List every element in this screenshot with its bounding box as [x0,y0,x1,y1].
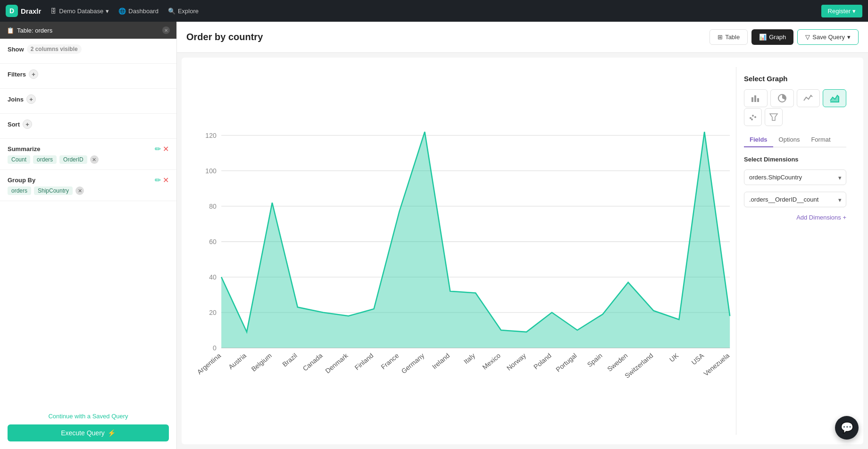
explore-icon: 🔍 [168,8,175,15]
database-icon: 🗄 [50,8,57,15]
chat-float-button[interactable]: 💬 [835,416,859,440]
dimension-select-1[interactable]: orders.ShipCountry [744,169,846,185]
chevron-down-icon: ▾ [847,34,851,41]
save-query-button[interactable]: ▽ Save Query ▾ [797,29,859,45]
table-view-button[interactable]: ⊞ Table [709,29,748,45]
filter-icon: ▽ [805,34,810,41]
svg-text:Canada: Canada [301,352,324,373]
execute-query-button[interactable]: Execute Query ⚡ [8,424,169,441]
y-axis: 020406080100120 [205,132,217,352]
tab-format[interactable]: Format [805,133,836,147]
svg-rect-38 [757,98,759,102]
bar-chart-type-button[interactable] [744,89,768,107]
graph-type-selector [744,89,846,126]
table-icon: 📋 [7,27,14,34]
logo-icon: D [6,5,18,17]
app-logo[interactable]: D Draxlr [6,5,41,17]
table-icon: ⊞ [718,34,723,41]
groupby-remove-button[interactable]: ✕ [75,186,84,195]
svg-text:120: 120 [205,132,217,139]
area-chart-type-button[interactable] [823,89,846,107]
svg-text:Finland: Finland [353,352,375,372]
groupby-section: Group By ✏ ✕ orders ShipCountry ✕ [0,170,176,201]
add-filter-button[interactable]: + [29,69,38,79]
query-header: Order by country ⊞ Table 📊 Graph ▽ Save … [177,22,868,53]
chevron-down-icon: ▾ [852,8,856,15]
summarize-remove-button[interactable]: ✕ [90,155,99,164]
summarize-edit-button[interactable]: ✏ [155,144,161,153]
sidebar-bottom: Continue with a Saved Query Execute Quer… [0,405,176,449]
svg-text:Poland: Poland [532,352,553,371]
svg-text:USA: USA [690,351,706,366]
joins-section: Joins + [0,89,176,114]
svg-text:Denmark: Denmark [324,351,350,375]
svg-point-42 [754,116,756,118]
svg-text:40: 40 [209,273,217,281]
register-button[interactable]: Register ▾ [821,5,862,17]
show-label: Show [8,46,24,53]
content-area: Order by country ⊞ Table 📊 Graph ▽ Save … [177,22,868,449]
sidebar: 📋 Table: orders ✕ Show 2 columns visible… [0,22,177,449]
funnel-chart-type-button[interactable] [765,108,783,126]
chat-icon: 💬 [841,422,853,434]
nav-dashboard[interactable]: 🌐 Dashboard [118,8,159,15]
close-table-button[interactable]: ✕ [162,26,170,34]
svg-text:UK: UK [668,351,680,363]
svg-point-40 [750,117,751,119]
svg-rect-36 [751,97,753,102]
svg-text:20: 20 [209,309,217,316]
chart-area [221,132,730,348]
nav-explore[interactable]: 🔍 Explore [168,8,199,15]
add-sort-button[interactable]: + [23,119,32,129]
orderid-tag: OrderID [59,155,87,164]
joins-label: Joins [8,96,24,103]
svg-text:Venezuela: Venezuela [702,352,731,378]
summarize-delete-button[interactable]: ✕ [163,144,169,153]
scatter-chart-type-button[interactable] [744,108,762,126]
sort-section: Sort + [0,114,176,139]
filters-label: Filters [8,71,26,78]
svg-rect-37 [754,95,756,102]
svg-point-43 [751,119,753,120]
orders-tag2: orders [8,186,31,195]
sidebar-table-header: 📋 Table: orders ✕ [0,22,176,39]
chart-svg-wrapper: 020406080100120 ArgentinaAustriaBelgiumB… [191,67,736,435]
svg-text:80: 80 [209,203,217,210]
area-chart: 020406080100120 ArgentinaAustriaBelgiumB… [191,67,736,435]
dashboard-icon: 🌐 [118,8,126,15]
topnav: D Draxlr 🗄 Demo Database ▾ 🌐 Dashboard 🔍… [0,0,868,22]
lightning-icon: ⚡ [108,429,116,437]
x-axis: ArgentinaAustriaBelgiumBrazilCanadaDenma… [196,351,731,380]
nav-database[interactable]: 🗄 Demo Database ▾ [50,8,109,15]
summarize-label: Summarize [8,145,40,152]
add-join-button[interactable]: + [26,94,36,104]
add-dimensions-button[interactable]: Add Dimensions + [796,214,846,221]
svg-text:Brazil: Brazil [281,352,298,368]
tab-options[interactable]: Options [773,133,806,147]
dimension-select-2[interactable]: .orders__OrderID__count [744,192,846,207]
saved-query-link[interactable]: Continue with a Saved Query [8,413,169,420]
columns-visible-badge: 2 columns visible [27,44,82,54]
svg-text:Sweden: Sweden [606,352,629,373]
svg-point-41 [752,115,754,117]
graph-view-button[interactable]: 📊 Graph [751,29,793,45]
svg-text:Norway: Norway [505,351,528,372]
groupby-tags: orders ShipCountry ✕ [8,186,169,195]
pie-chart-type-button[interactable] [770,89,794,107]
svg-text:Argentina: Argentina [196,352,223,376]
groupby-label: Group By [8,177,35,184]
bar-chart-icon: 📊 [759,34,767,41]
dimension-label: Select Dimensions [744,156,846,163]
groupby-edit-button[interactable]: ✏ [155,176,161,185]
svg-text:60: 60 [209,238,217,246]
chevron-down-icon: ▾ [106,8,109,15]
svg-text:France: France [379,352,400,371]
dimension-select-1-wrapper: orders.ShipCountry ▾ [744,169,846,185]
summarize-section: Summarize ✏ ✕ Count orders OrderID ✕ [0,139,176,170]
panel-tabs: Fields Options Format [744,133,846,147]
groupby-delete-button[interactable]: ✕ [163,176,169,185]
line-chart-type-button[interactable] [797,89,820,107]
tab-fields[interactable]: Fields [744,133,773,147]
svg-text:Switzerland: Switzerland [623,352,654,380]
app-name: Draxlr [21,7,41,15]
